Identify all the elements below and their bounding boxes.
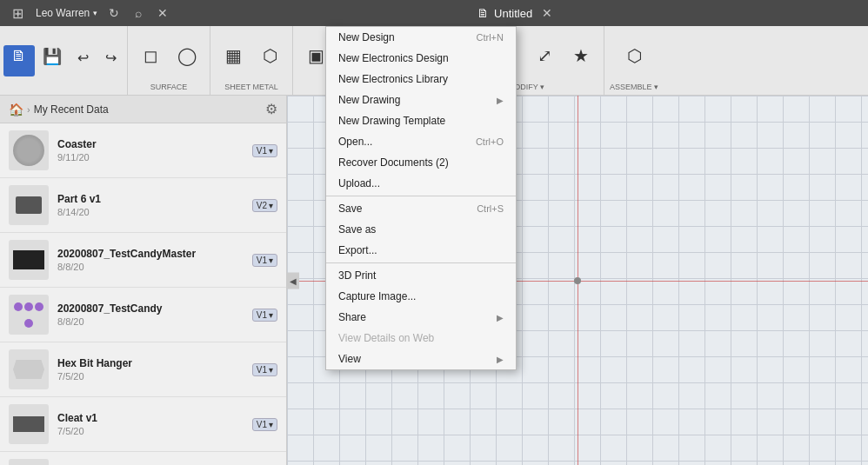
assemble-tool-1[interactable]: ⬡ [617,40,651,71]
item-name: Hex Bit Hanger [57,357,244,369]
redo-icon: ↪ [105,50,117,66]
item-date: 7/5/20 [57,371,244,382]
menu-item-label: 3D Print [338,269,376,282]
item-thumbnail [9,349,49,389]
breadcrumb: 🏠 › My Recent Data [9,103,109,116]
submenu-arrow-icon: ▶ [497,96,504,105]
item-date: 8/8/20 [57,316,244,327]
sheetmetal-icon-2: ⬡ [256,42,284,70]
file-menu-button[interactable]: 🗎 [3,45,35,76]
sheetmetal-icon-1: ▦ [219,42,247,70]
user-menu[interactable]: Leo Warren ▾ [36,7,97,19]
list-item[interactable]: Cleat v1 7/5/20 V1 ▾ [0,397,286,452]
surface-tool-2[interactable]: ◯ [170,40,204,71]
version-chevron: ▾ [269,201,273,210]
sheetmetal-tool-1[interactable]: ▦ [216,40,250,71]
item-date: 8/8/20 [57,262,244,272]
item-thumbnail [9,240,49,280]
item-version: V1 ▾ [252,418,277,431]
settings-button[interactable]: ⚙ [265,101,277,117]
submenu-arrow-icon: ▶ [497,355,504,364]
item-info: Part 6 v1 8/14/20 [57,193,244,217]
thumbnail-image [13,299,44,330]
menu-item-new-design[interactable]: New Design Ctrl+N [326,27,516,48]
modify-tool-4[interactable]: ★ [564,40,598,71]
thumbnail-image [13,250,44,269]
menu-item-new-drawing[interactable]: New Drawing ▶ [326,90,516,110]
list-item[interactable]: Part 6 v1 8/14/20 V2 ▾ [0,178,286,233]
item-version: V1 ▾ [252,144,277,157]
file-menu-icon: 🗎 [11,47,27,65]
submenu-arrow-icon: ▶ [497,313,504,322]
refresh-button[interactable]: ↻ [104,4,124,22]
list-item[interactable]: Test [0,452,286,465]
menu-item-new-drawing-template[interactable]: New Drawing Template [326,110,516,131]
version-chevron: ▾ [269,146,273,156]
surface-tool-1[interactable]: ◻ [133,40,168,71]
search-button[interactable]: ⌕ [130,4,146,22]
item-thumbnail [9,185,49,225]
item-info: 20200807_TestCandy 8/8/20 [57,302,244,327]
menu-shortcut: Ctrl+N [477,32,504,43]
save-button[interactable]: 💾 [37,45,68,76]
version-chevron: ▾ [269,365,273,375]
menu-item-label: Save [338,203,362,215]
menu-shortcut: Ctrl+O [476,136,504,147]
close-button[interactable]: ✕ [153,4,172,22]
sidebar-list: Coaster 9/11/20 V1 ▾ Part 6 v1 8/14/20 [0,123,286,465]
menu-item-label: Capture Image... [338,290,416,302]
menu-item-label: View [338,353,361,365]
menu-item-label: Export... [338,244,377,256]
sidebar-header: 🏠 › My Recent Data ⚙ [0,96,286,123]
menu-item-3d-print[interactable]: 3D Print [326,265,516,286]
menu-item-label: New Design [338,31,395,43]
item-thumbnail [9,295,49,335]
user-name: Leo Warren [36,7,90,19]
assemble-icon-1: ⬡ [620,42,648,70]
menu-item-save-as[interactable]: Save as [326,219,516,240]
menu-item-save[interactable]: Save Ctrl+S [326,198,516,219]
menu-item-view-details: View Details on Web [326,328,516,349]
save-icon: 💾 [43,47,62,66]
menu-item-label: New Drawing [338,94,400,106]
home-icon[interactable]: 🏠 [9,103,23,116]
menu-item-label: New Electronics Library [338,73,448,85]
menu-item-recover-documents[interactable]: Recover Documents (2) [326,152,516,173]
file-dropdown-menu: New Design Ctrl+N New Electronics Design… [325,26,517,370]
menu-item-label: Share [338,311,366,323]
list-item[interactable]: Hex Bit Hanger 7/5/20 V1 ▾ [0,342,286,397]
menu-item-upload[interactable]: Upload... [326,173,516,194]
thumbnail-image [13,416,44,432]
menu-item-new-electronics-design[interactable]: New Electronics Design [326,48,516,69]
undo-button[interactable]: ↩ [70,48,96,74]
surface-label: SURFACE [150,83,188,91]
list-item[interactable]: Coaster 9/11/20 V1 ▾ [0,123,286,178]
sheetmetal-tool-2[interactable]: ⬡ [252,40,287,71]
menu-item-capture-image[interactable]: Capture Image... [326,286,516,307]
modify-tool-3[interactable]: ⤢ [527,40,562,71]
menu-item-label: Upload... [338,177,380,189]
window-close-button[interactable]: ✕ [537,4,557,22]
collapse-sidebar-button[interactable]: ◀ [287,272,299,289]
thumbnail-image [13,135,44,166]
item-thumbnail [9,130,49,170]
menu-separator [326,196,516,196]
menu-item-new-electronics-library[interactable]: New Electronics Library [326,69,516,90]
menu-item-label: Open... [338,136,372,148]
sheetmetal-label: SHEET METAL [224,83,278,91]
list-item[interactable]: 20200807_TestCandyMaster 8/8/20 V1 ▾ [0,233,286,288]
menu-item-open[interactable]: Open... Ctrl+O [326,131,516,152]
list-item[interactable]: 20200807_TestCandy 8/8/20 V1 ▾ [0,288,286,342]
menu-item-view[interactable]: View ▶ [326,349,516,369]
redo-button[interactable]: ↪ [97,48,124,74]
app-grid-button[interactable]: ⊞ [7,3,29,23]
menu-separator [326,262,516,263]
menu-item-share[interactable]: Share ▶ [326,307,516,328]
item-version: V1 ▾ [252,363,277,376]
modify-icon-4: ★ [567,42,595,70]
item-name: 20200807_TestCandy [57,302,244,315]
title-bar-center: 🗎 Untitled ✕ [477,4,557,22]
menu-item-export[interactable]: Export... [326,240,516,261]
item-info: 20200807_TestCandyMaster 8/8/20 [57,248,244,272]
item-version: V1 ▾ [252,254,277,267]
